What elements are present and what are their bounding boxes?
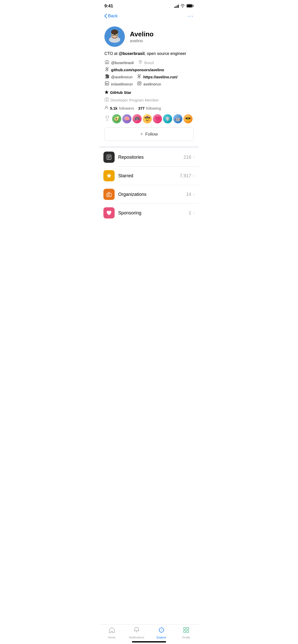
more-button[interactable]: ··· [187,13,194,19]
svg-rect-28 [107,195,108,196]
website-info[interactable]: https://avelino.run/ [137,74,177,79]
section-divider [99,146,199,148]
followers-count[interactable]: 5.1k [110,106,117,110]
following-count[interactable]: 377 [138,106,145,110]
back-button[interactable]: Back [104,13,118,19]
svg-rect-29 [109,195,110,196]
linkedin-icon [104,81,110,86]
follow-label: Follow [145,132,158,137]
organizations-chevron: › [193,192,195,197]
svg-rect-25 [107,193,111,197]
location-value: Brazil [144,61,154,65]
info-row-sponsors: github.com/sponsors/avelino [104,67,194,72]
svg-rect-27 [109,194,110,195]
repositories-item[interactable]: Repositories 216 › [99,148,199,166]
trophy-icon [104,115,110,122]
badge-7[interactable]: 🤖 [173,114,182,123]
svg-rect-13 [107,62,108,63]
twitter-info[interactable]: @avelinorun [104,74,132,79]
badge-1[interactable]: 🥑 [112,114,121,123]
sponsors-value: github.com/sponsors/avelino [111,68,164,72]
menu-list: Repositories 216 › Starred 7,917 › Orga [99,148,199,222]
svg-rect-11 [105,61,109,64]
display-name: Avelino [130,30,154,38]
link-icon [104,67,110,72]
github-star-row: ★ GitHub Star [104,90,194,95]
svg-rect-14 [106,63,107,64]
badge-4[interactable]: 🤠 [143,114,152,123]
stats-row: 5.1k followers · 377 following [104,106,194,111]
svg-point-22 [106,99,107,100]
repositories-count: 216 [184,155,191,160]
location-info: Brazil [138,60,154,65]
starred-label: Starred [118,173,180,179]
instagram-icon [137,81,142,86]
dev-program-row: Developer Program Member [104,97,194,103]
info-row-1: @buserbrasil Brazil [104,60,194,65]
organizations-label: Organizations [118,192,186,197]
starred-icon-wrap [103,170,115,181]
location-icon [138,60,143,65]
svg-rect-1 [187,5,192,7]
info-grid: @buserbrasil Brazil [104,60,194,86]
status-time: 9:41 [104,4,113,9]
sponsoring-label: Sponsoring [118,210,189,216]
repositories-icon-wrap [103,152,115,163]
star-filled-icon: ★ [104,90,109,95]
info-row-4: in/avelinorun avelinorun [104,81,194,86]
org-value[interactable]: @buserbrasil [111,61,134,65]
status-bar: 9:41 [99,0,199,11]
repositories-label: Repositories [118,155,184,160]
profile-names: Avelino avelino [130,30,154,43]
organizations-count: 14 [186,192,191,197]
follow-button[interactable]: + Follow [104,127,194,141]
svg-rect-15 [107,63,108,64]
instagram-info[interactable]: avelinorun [137,81,161,86]
dev-program-label: Developer Program Member [111,98,159,102]
organizations-item[interactable]: Organizations 14 › [99,185,199,203]
status-icons [174,4,194,8]
organizations-icon-wrap [103,189,115,200]
bio: CTO at @buserbrasil, open source enginee… [104,51,194,56]
plus-icon: + [140,131,143,137]
person-icon [104,106,109,111]
github-star-label: GitHub Star [110,90,131,95]
bio-org-link[interactable]: @buserbrasil [119,51,145,56]
sponsoring-icon-wrap [103,207,115,218]
sponsors-info[interactable]: github.com/sponsors/avelino [104,67,164,72]
svg-rect-12 [106,62,107,63]
badge-6[interactable]: 🛡️ [163,114,172,123]
instagram-value: avelinorun [143,82,161,86]
wifi-icon [180,4,185,8]
username: avelino [130,39,154,43]
profile-section: Avelino avelino CTO at @buserbrasil, ope… [99,22,199,146]
svg-rect-26 [107,194,108,195]
badge-2[interactable]: 🧠 [122,114,131,123]
website-value: https://avelino.run/ [143,75,177,79]
starred-item[interactable]: Starred 7,917 › [99,167,199,185]
signal-icon [174,4,179,8]
svg-point-20 [140,82,141,83]
sponsoring-item[interactable]: Sponsoring 1 › [99,204,199,222]
repositories-chevron: › [193,155,195,159]
twitter-icon [104,74,110,79]
org-info: @buserbrasil [104,60,134,65]
twitter-value: @avelinorun [111,75,132,79]
linkedin-info[interactable]: in/avelinorun [104,81,133,86]
badge-8[interactable]: 😎 [183,114,193,123]
followers-label: followers [119,106,134,110]
svg-point-10 [111,30,118,35]
badge-5[interactable]: 💗 [153,114,162,123]
battery-icon [186,4,194,8]
dev-program-icon [104,97,109,103]
separator-dot: · [136,106,137,110]
starred-count: 7,917 [180,173,191,179]
svg-rect-2 [193,5,194,7]
linkedin-value: in/avelinorun [111,82,133,86]
profile-header: Avelino avelino [104,26,194,47]
badge-3[interactable]: 🎮 [132,114,142,123]
following-label: following [146,106,161,110]
building-icon [104,60,110,65]
sponsoring-chevron: › [193,211,195,215]
avatar [104,26,125,47]
